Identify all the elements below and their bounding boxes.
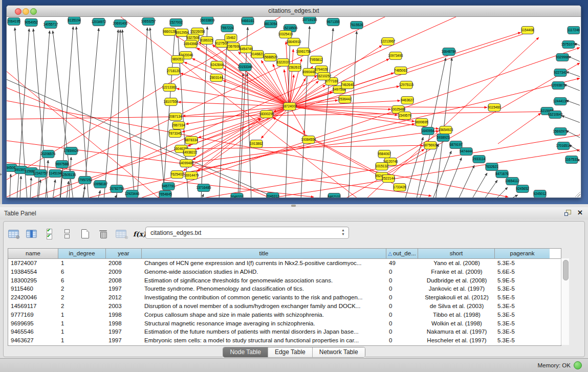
table-row[interactable]: 2242004622012Investigating the contribut… — [8, 293, 561, 302]
network-canvas[interactable]: 2064195905495214055717813510412034972206… — [7, 17, 580, 198]
svg-text:9474444: 9474444 — [460, 149, 473, 153]
select-all-icon[interactable]: ✔✔ — [43, 227, 55, 240]
node-table: namein_degreeyeartitle△out_de...shortpag… — [8, 248, 561, 346]
column-select-icon[interactable] — [26, 227, 37, 240]
table-row[interactable]: 1456911722003Disruption of a novel membe… — [8, 302, 561, 311]
splitter-handle-icon[interactable] — [291, 205, 296, 207]
svg-text:10958187: 10958187 — [93, 182, 108, 186]
svg-text:10719155: 10719155 — [302, 18, 317, 21]
cell-out_degree: 0 — [386, 293, 418, 302]
cell-title: Embryonic stem cells: a model to study s… — [142, 336, 386, 345]
table-row[interactable]: 911546021997Tourette syndrome. Phenomeno… — [8, 285, 561, 293]
close-panel-icon[interactable]: ✕ — [577, 209, 583, 216]
svg-text:17957252: 17957252 — [78, 178, 93, 182]
svg-text:17016514: 17016514 — [556, 144, 571, 147]
table-vertical-scrollbar[interactable] — [561, 258, 569, 345]
cell-out_degree: 0 — [386, 302, 418, 311]
column-header-short[interactable]: short — [418, 249, 495, 258]
cell-out_degree: 0 — [386, 285, 418, 293]
svg-text:9245012: 9245012 — [533, 192, 547, 195]
svg-text:16033809: 16033809 — [200, 18, 215, 22]
table-row[interactable]: 1872400712008Changes of HCN gene express… — [8, 259, 561, 268]
rows-icon[interactable] — [61, 227, 73, 240]
table-row[interactable]: 946362711997Embryonic stem cells: a mode… — [8, 336, 561, 345]
collapsed-panel-arrow-icon[interactable]: ▸ — [0, 172, 3, 177]
svg-text:15218506: 15218506 — [283, 26, 298, 30]
cell-year: 1997 — [106, 285, 142, 293]
function-icon[interactable]: f(x) — [133, 227, 146, 240]
scrollbar-thumb[interactable] — [563, 260, 569, 280]
svg-text:1733426: 1733426 — [393, 185, 406, 189]
svg-text:2536442: 2536442 — [338, 97, 352, 101]
tab-edge-table[interactable]: Edge Table — [268, 347, 313, 357]
cell-name: 9465546 — [8, 327, 58, 336]
svg-text:9463627: 9463627 — [401, 98, 414, 102]
svg-text:18724007: 18724007 — [282, 104, 297, 108]
cell-short: Tibbo et al. (1998) — [418, 311, 495, 319]
svg-text:16914479: 16914479 — [184, 173, 199, 177]
svg-text:7654845: 7654845 — [159, 192, 172, 196]
table-row[interactable]: 977716911998Corpus callosum shape and si… — [8, 311, 561, 319]
network-window-titlebar[interactable]: citations_edges.txt — [7, 6, 581, 17]
cell-pagerank: 5.3E-5 — [495, 302, 550, 311]
svg-text:2087134: 2087134 — [169, 115, 182, 118]
cell-in_degree: 2 — [58, 302, 106, 311]
delete-icon[interactable] — [97, 227, 108, 240]
cell-out_degree: 49 — [386, 259, 418, 268]
svg-text:2522144: 2522144 — [382, 177, 395, 180]
svg-text:15688520: 15688520 — [263, 55, 278, 59]
table-panel-title: Table Panel — [4, 210, 36, 217]
tab-node-table[interactable]: Node Table — [223, 347, 268, 357]
svg-text:9227341: 9227341 — [554, 71, 567, 74]
cell-title: Structural magnetic resonance image aver… — [142, 319, 386, 328]
svg-text:8462101: 8462101 — [328, 195, 341, 198]
cell-name: 9463627 — [8, 336, 58, 345]
cell-short: Jankovic et al. (1997) — [418, 285, 495, 293]
svg-text:989051: 989051 — [172, 57, 183, 61]
column-header-year[interactable]: year — [106, 249, 142, 258]
svg-text:1527002: 1527002 — [169, 20, 183, 24]
cell-name: 18724007 — [8, 259, 58, 268]
column-header-in_degree[interactable]: in_degree — [58, 249, 106, 258]
tab-network-table[interactable]: Network Table — [313, 347, 365, 357]
table-row[interactable]: 1830029562008Estimation of significance … — [8, 276, 561, 285]
cell-year: 2003 — [106, 302, 142, 311]
cell-year: 1997 — [106, 336, 142, 345]
new-file-icon[interactable] — [79, 227, 91, 240]
cell-in_degree: 6 — [58, 268, 106, 276]
table-settings-icon[interactable]: ⚙ — [8, 227, 19, 240]
svg-text:1154408: 1154408 — [521, 28, 534, 32]
svg-text:1015132: 1015132 — [375, 164, 388, 168]
float-panel-icon[interactable] — [564, 210, 571, 216]
table-row[interactable]: 1938455462009Genome-wide association stu… — [8, 268, 561, 276]
table-disabled-icon[interactable]: ⊗ — [115, 227, 126, 240]
table-row[interactable]: 969969511998Structural magnetic resonanc… — [8, 319, 561, 328]
svg-text:7485063: 7485063 — [394, 69, 407, 72]
svg-text:8322037: 8322037 — [276, 60, 290, 64]
cell-title: Corpus callosum shape and size in male p… — [142, 311, 386, 319]
dropdown-stepper-icon: ▲▼ — [341, 228, 345, 236]
svg-text:6794028: 6794028 — [315, 68, 328, 71]
column-header-title[interactable]: title — [142, 249, 386, 258]
svg-text:18300295: 18300295 — [259, 112, 274, 116]
cell-in_degree: 1 — [58, 259, 106, 268]
svg-text:19384554: 19384554 — [301, 138, 316, 141]
cell-pagerank: 5.3E-5 — [495, 311, 550, 319]
svg-text:2046331: 2046331 — [230, 195, 244, 198]
svg-text:9671355: 9671355 — [326, 20, 340, 24]
column-header-pagerank[interactable]: pagerank — [495, 249, 550, 258]
cell-year: 1998 — [106, 319, 142, 328]
cell-in_degree: 6 — [58, 276, 106, 285]
cell-in_degree: 2 — [58, 285, 106, 293]
cell-title: Estimation of significance thresholds fo… — [142, 276, 386, 285]
column-header-out_degree[interactable]: △out_de... — [386, 249, 418, 258]
table-row[interactable]: 946554611997Estimation of the future num… — [8, 327, 561, 336]
svg-text:8135104: 8135104 — [68, 18, 81, 22]
svg-text:9860128: 9860128 — [163, 30, 176, 33]
table-selector-dropdown[interactable]: citations_edges.txt ▲▼ — [145, 227, 349, 239]
column-header-name[interactable]: name — [8, 249, 58, 258]
cell-short: Franke et al. (2009) — [418, 268, 495, 276]
svg-text:10653257: 10653257 — [141, 19, 156, 23]
svg-text:16640910: 16640910 — [287, 40, 301, 43]
svg-text:16210643: 16210643 — [548, 113, 563, 116]
